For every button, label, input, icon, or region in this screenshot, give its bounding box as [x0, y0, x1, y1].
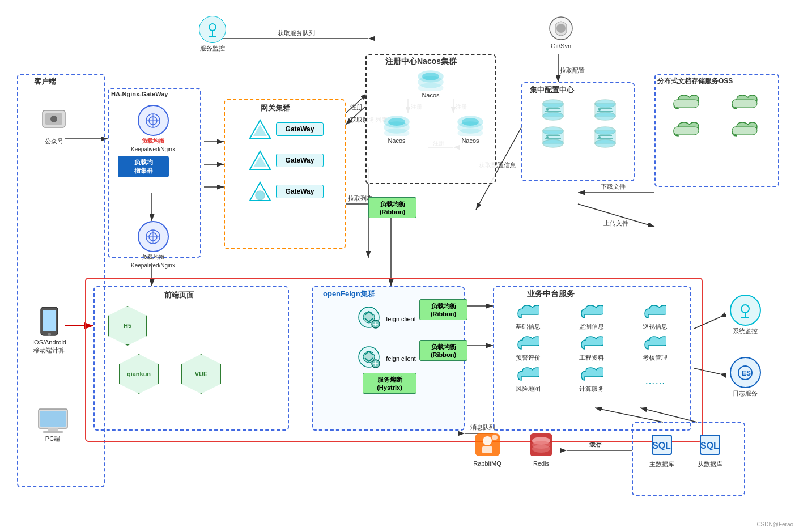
load-balance-nginx-bottom: 负载均衡 Keepalived/Nginx	[116, 221, 190, 269]
service-monitor-top-label: 服务监控	[200, 44, 225, 53]
svg-text:下载文件: 下载文件	[601, 183, 626, 190]
nacos-right-label: Nacos	[461, 137, 479, 144]
diagram-container: 获取服务队列 注册 获取服务列表 注册 注册 注册 拉取配置 获取配置信息 注册…	[0, 0, 799, 532]
biz-kaohe-label: 考核管理	[643, 354, 668, 362]
gateway-cluster-label: 网关集群	[261, 103, 290, 113]
biz-gongcheng-label: 工程资料	[579, 354, 604, 362]
gateway-row-2: GateWay	[230, 150, 343, 171]
nacos-left-icon: Nacos	[374, 113, 419, 144]
svg-point-71	[256, 191, 265, 200]
ribbon-3-label: 负载均衡(Ribbon)	[419, 340, 468, 361]
svg-text:SQL: SQL	[700, 441, 719, 450]
frontend-label: 前端页面	[164, 290, 194, 300]
slave-db-label: 从数据库	[698, 460, 722, 469]
nacos-top-label: Nacos	[422, 92, 439, 99]
feign-client-2-label: feign client	[386, 355, 416, 362]
ios-android-label: IOS/Android 移动端计算	[32, 338, 66, 355]
svg-point-98	[543, 139, 563, 147]
svg-line-7	[346, 105, 367, 125]
svg-rect-49	[42, 310, 56, 331]
biz-label: 业务中台服务	[527, 289, 575, 299]
service-monitor-top: 服务监控	[190, 16, 235, 53]
oss-label: 分布式文档存储服务OSS	[657, 76, 733, 86]
system-monitor-icon: 系统监控	[720, 295, 771, 335]
public-account-icon: 公众号	[28, 108, 79, 146]
svg-text:注册: 注册	[350, 104, 363, 110]
feign-client-1-label: feign client	[386, 316, 416, 322]
svg-point-136	[532, 445, 550, 453]
svg-point-86	[543, 112, 563, 120]
gateway-label-1: GateWay	[276, 122, 324, 136]
svg-point-101	[546, 136, 549, 138]
svg-point-83	[458, 129, 483, 136]
svg-point-89	[546, 109, 549, 111]
oss-icon-2	[719, 92, 771, 113]
svg-point-132	[492, 435, 498, 440]
lb-cluster-box: 负载均衡集群	[118, 156, 169, 177]
main-db-label: 主数据库	[649, 460, 674, 469]
client-label: 客户端	[34, 76, 56, 87]
ribbon-2-label: 负载均衡(Ribbon)	[419, 299, 468, 320]
qiankun-icon: qiankun	[113, 354, 164, 394]
svg-line-37	[578, 204, 654, 227]
svg-text:ES: ES	[742, 369, 751, 377]
rabbitmq-label: RabbitMQ	[473, 460, 502, 467]
h5-icon: H5	[105, 306, 150, 346]
biz-yujing-label: 预警评价	[516, 354, 541, 362]
biz-kaohe-item: 考核管理	[627, 334, 683, 362]
svg-point-79	[384, 129, 409, 136]
config-db-3	[530, 126, 577, 149]
svg-text:获取服务队列: 获取服务队列	[278, 29, 315, 36]
svg-point-104	[595, 139, 615, 147]
svg-text:拉取配置: 拉取配置	[560, 67, 585, 74]
rabbitmq-icon: RabbitMQ	[465, 431, 510, 467]
h5-hex: H5	[108, 306, 147, 346]
ha-nginx-label: HA-Nginx-GateWay	[111, 91, 168, 97]
oss-icon-1	[660, 92, 713, 113]
svg-marker-69	[253, 156, 267, 167]
biz-gongcheng-item: 工程资料	[563, 334, 620, 362]
biz-jichu-item: 基础信息	[500, 303, 556, 331]
svg-marker-67	[253, 125, 267, 136]
biz-jianshe-item: 监测信息	[563, 303, 620, 331]
nacos-right-icon: Nacos	[448, 113, 493, 144]
svg-rect-52	[40, 411, 66, 427]
svg-line-5	[346, 93, 367, 113]
biz-jichu-label: 基础信息	[516, 322, 541, 331]
vue-hex: VUE	[181, 354, 221, 394]
ribbon-3-box: 负载均衡(Ribbon)	[419, 340, 468, 361]
git-svn-label: Git/Svn	[551, 42, 571, 49]
git-svn-icon: Git/Svn	[538, 16, 584, 49]
ribbon-1-label: 负载均衡(Ribbon)	[368, 197, 416, 218]
gateway-label-3: GateWay	[276, 185, 324, 198]
nacos-top-icon: Nacos	[408, 68, 453, 99]
ribbon-2-box: 负载均衡(Ribbon)	[419, 299, 468, 320]
svg-point-95	[598, 109, 601, 111]
ribbon-1-box: 负载均衡(Ribbon)	[368, 197, 416, 218]
svg-rect-54	[43, 431, 63, 433]
lb-nginx-label-2: Keepalived/Nginx	[131, 262, 175, 269]
slave-db-icon: SQL 从数据库	[688, 431, 731, 469]
ios-android-icon: IOS/Android 移动端计算	[24, 306, 75, 355]
config-db-4	[582, 126, 630, 149]
svg-text:上传文件: 上传文件	[604, 220, 628, 227]
nacos-left-label: Nacos	[388, 137, 405, 144]
pc-icon: PC端	[27, 408, 78, 443]
biz-yujing-item: 预警评价	[500, 334, 556, 362]
svg-point-92	[595, 112, 615, 120]
load-balance-nginx-top: 负载均衡 Keepalived/Nginx	[116, 105, 190, 152]
biz-jisuan-label: 计算服务	[579, 385, 604, 393]
pc-label: PC端	[45, 435, 60, 443]
oss-icon-3	[660, 119, 713, 141]
biz-icons-grid: 基础信息 监测信息 巡视信息 预警评价 工程资料 考核管理 风险地图	[500, 303, 687, 393]
openfeign-label: openFeign集群	[323, 289, 375, 299]
gateway-label-2: GateWay	[276, 154, 324, 167]
config-db-2	[582, 99, 630, 122]
svg-point-75	[418, 83, 443, 91]
svg-rect-131	[482, 446, 492, 453]
svg-point-50	[48, 333, 51, 336]
svg-text:SQL: SQL	[652, 441, 671, 450]
lb-label-2: 负载均衡	[142, 253, 164, 261]
oss-icon-4	[719, 119, 771, 141]
hystrix-box: 服务熔断(Hystrix)	[363, 373, 416, 394]
